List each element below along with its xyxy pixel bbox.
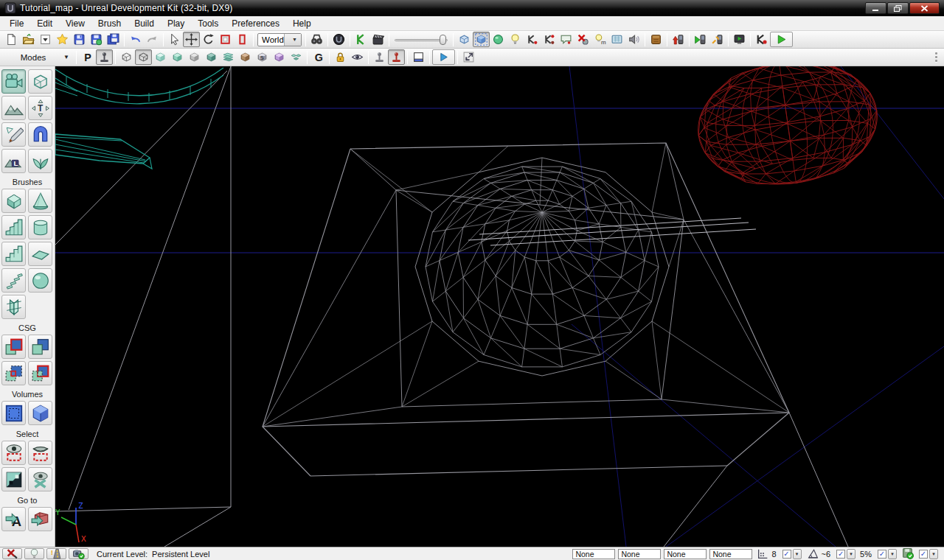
select-kismet-referenced-all-button[interactable] [541,32,558,47]
open-recent-dropdown[interactable] [37,32,54,47]
brush-cone-button[interactable] [28,189,52,213]
camera-mode-button[interactable] [1,69,26,94]
menu-brush[interactable]: Brush [91,17,128,30]
rotation-grid-dropdown[interactable]: ▼ [847,549,856,559]
viewmode-lighting-only-button[interactable] [203,49,220,65]
chevron-down-icon[interactable]: ▼ [284,34,301,46]
brush-polys-selected-button[interactable] [473,32,490,47]
new-map-button[interactable] [3,32,20,47]
status-field-1[interactable] [572,549,615,559]
mesh-paint-mode-button[interactable] [1,122,26,147]
scale-snap-checkbox[interactable]: ✓ [878,550,886,559]
show-flags-button[interactable] [349,49,366,65]
brush-linear-staircase-button[interactable] [1,242,26,266]
scale-tool-button[interactable] [217,32,234,47]
texture-align-mode-button[interactable]: T [28,96,52,120]
viewmode-lit-button[interactable] [169,49,186,65]
matinee-record-button[interactable] [388,49,405,65]
lock-viewport-button[interactable] [332,49,349,65]
viewmode-unlit-button[interactable] [152,49,169,65]
toggle-lights-status-button[interactable] [24,548,44,559]
autosave-checkbox[interactable]: ✓ [919,550,928,559]
terrain-mode-button[interactable] [1,96,26,120]
save-button[interactable] [71,32,88,47]
play-sounds-button[interactable] [625,32,642,47]
capture-viewport-button[interactable] [608,32,625,47]
menu-edit[interactable]: Edit [30,17,59,30]
minimize-button[interactable] [865,2,886,14]
play-from-here-button[interactable] [432,49,455,65]
status-field-2[interactable] [618,549,661,559]
build-all-button[interactable] [709,32,726,47]
slider-thumb[interactable] [440,35,446,45]
build-paths-button[interactable] [692,32,709,47]
geometry-mode-button[interactable] [28,69,52,94]
scale-snap-dropdown[interactable]: ▼ [888,549,897,559]
remove-actors-button[interactable] [575,32,591,47]
redo-button[interactable] [144,32,161,47]
brush-curved-staircase-button[interactable] [1,215,26,239]
foliage-mode-button[interactable] [28,149,52,173]
brush-cylinder-button[interactable] [28,215,52,239]
menu-tools[interactable]: Tools [191,17,225,30]
game-view-button[interactable]: G [310,49,327,65]
viewmode-wireframe-button[interactable] [135,49,152,65]
show-selected-only-button[interactable] [1,441,26,465]
menu-build[interactable]: Build [128,17,161,30]
viewmode-light-complexity-button[interactable] [220,49,237,65]
goto-actor-button[interactable]: A [1,507,26,531]
modes-dropdown[interactable]: Modes▼ [3,49,74,66]
restore-button[interactable] [887,2,909,14]
hide-selected-button[interactable] [28,441,52,465]
goto-builder-brush-button[interactable] [28,507,52,531]
close-button[interactable] [909,2,940,14]
build-geometry-button[interactable] [648,32,664,47]
undo-button[interactable] [127,32,144,47]
viewmode-reflections-button[interactable] [288,49,305,65]
allow-matinee-preview-button[interactable] [371,49,388,65]
kismet-debugger-button[interactable] [753,32,770,47]
brush-polys-button[interactable] [456,32,473,47]
kismet-button[interactable] [353,32,369,47]
camera-status-button[interactable] [69,548,88,559]
landscape-mode-button[interactable]: L [1,149,26,173]
light-meter-button[interactable]: m [591,32,608,47]
csg-deintersect-button[interactable] [28,361,52,385]
add-blocking-volume-button[interactable] [28,401,52,425]
search-actors-button[interactable] [308,32,325,47]
status-field-3[interactable] [664,549,707,559]
show-all-button[interactable] [28,467,52,491]
rotate-tool-button[interactable] [200,32,217,47]
build-lighting-button[interactable] [670,32,687,47]
csg-subtract-button[interactable] [28,335,52,359]
actor-tags-button[interactable] [558,32,575,47]
viewmode-texture-density-button[interactable] [237,49,254,65]
perspective-button[interactable]: P [79,49,96,65]
brush-spiral-staircase-button[interactable] [1,268,26,293]
favorites-button[interactable] [54,32,71,47]
paths-status-button[interactable]: ! [46,548,66,559]
viewmode-brush-wireframe-button[interactable] [118,49,135,65]
perspective-viewport[interactable]: ZYX [55,66,944,547]
open-map-button[interactable] [20,32,37,47]
matinee-button[interactable] [369,32,386,47]
status-field-4[interactable] [709,549,752,559]
remove-actors-status-button[interactable] [2,548,22,559]
rotation-grid-checkbox[interactable]: ✓ [836,550,845,559]
csg-intersect-button[interactable] [1,361,26,385]
csg-add-button[interactable] [1,335,26,359]
drag-grid-checkbox[interactable]: ✓ [782,550,791,559]
camera-speed-slider[interactable] [395,33,448,46]
brush-sheet-button[interactable] [28,242,52,266]
brush-cube-button[interactable] [1,189,26,213]
viewmode-shader-complexity-button[interactable]: S [254,49,271,65]
drag-grid-dropdown[interactable]: ▼ [793,549,802,559]
autosave-dropdown[interactable]: ▼ [929,549,938,559]
static-mesh-mode-button[interactable] [28,122,52,147]
translate-tool-button[interactable] [183,32,200,47]
socket-snapping-button[interactable] [490,32,507,47]
play-in-editor-button[interactable] [770,32,793,47]
menu-preferences[interactable]: Preferences [225,17,286,30]
viewmode-detail-lighting-button[interactable] [186,49,203,65]
coordinate-system-select[interactable]: World▼ [257,33,302,46]
